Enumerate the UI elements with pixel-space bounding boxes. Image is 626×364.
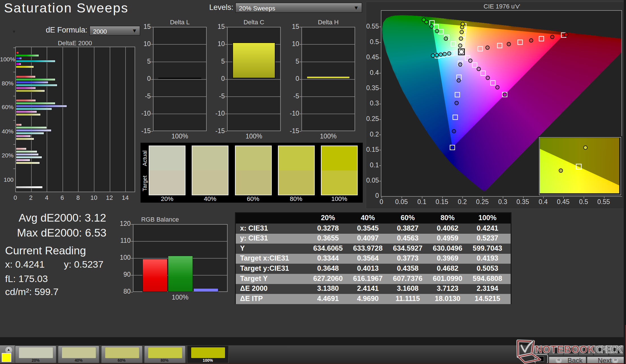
svg-text:CHECK: CHECK (596, 344, 623, 355)
svg-text:NOTEBOOK: NOTEBOOK (535, 344, 595, 355)
